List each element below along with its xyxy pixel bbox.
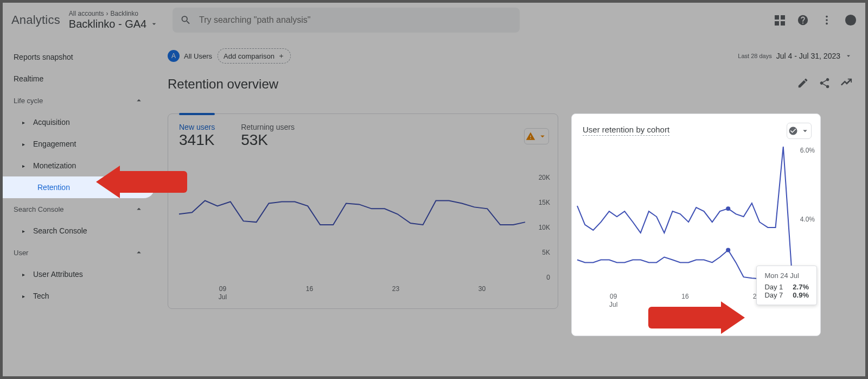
sidebar-group-lifecycle[interactable]: Life cycle xyxy=(3,90,155,111)
caret-down-icon xyxy=(800,126,810,136)
segment-chip-all-users[interactable]: A All Users xyxy=(168,50,212,62)
card-users-trend: New users 341K Returning users 53K xyxy=(168,113,558,309)
svg-point-1 xyxy=(826,19,828,21)
sidebar-item-realtime[interactable]: Realtime xyxy=(3,68,155,90)
warning-icon xyxy=(526,131,535,141)
page-title: Retention overview xyxy=(168,77,278,92)
customize-report-icon[interactable] xyxy=(797,77,809,91)
sidebar-item-reports-snapshot[interactable]: Reports snapshot xyxy=(3,46,155,68)
search-box[interactable] xyxy=(173,8,520,33)
metric-tab-new-users[interactable]: New users 341K xyxy=(179,123,215,149)
card-retention-cohort: User retention by cohort xyxy=(571,113,821,336)
segment-avatar-icon: A xyxy=(168,50,180,62)
card-title: User retention by cohort xyxy=(583,125,669,136)
data-quality-button[interactable] xyxy=(787,123,812,139)
chart-tooltip: Mon 24 Jul Day 12.7% Day 70.9% xyxy=(756,266,817,305)
help-icon[interactable] xyxy=(797,14,809,26)
account-property-picker[interactable]: All accounts›Backlinko Backlinko - GA4 xyxy=(69,10,158,30)
main: A All Users Add comparison ＋ Last 28 day… xyxy=(155,37,865,376)
plus-icon: ＋ xyxy=(278,51,285,61)
data-quality-warning-button[interactable] xyxy=(524,128,549,144)
product-logo: Analytics xyxy=(11,13,60,27)
sidebar-item-tech[interactable]: ▸Tech xyxy=(3,285,155,307)
sidebar-item-user-attributes[interactable]: ▸User Attributes xyxy=(3,263,155,285)
chevron-up-icon xyxy=(134,96,144,105)
breadcrumb: All accounts›Backlinko xyxy=(69,10,158,17)
sidebar-item-acquisition[interactable]: ▸Acquisition xyxy=(3,111,155,133)
svg-point-0 xyxy=(826,16,828,18)
sidebar-item-monetization[interactable]: ▸Monetization xyxy=(3,155,155,176)
chart-x-axis: 09Jul 16 23 30 xyxy=(179,285,525,301)
caret-down-icon xyxy=(538,131,547,141)
caret-down-icon xyxy=(150,20,158,28)
apps-icon[interactable] xyxy=(775,15,785,26)
chevron-up-icon xyxy=(134,248,144,257)
sidebar-item-engagement[interactable]: ▸Engagement xyxy=(3,133,155,155)
metric-tab-returning-users[interactable]: Returning users 53K xyxy=(241,123,295,149)
share-icon[interactable] xyxy=(819,77,831,91)
sidebar-group-search-console[interactable]: Search Console xyxy=(3,198,155,220)
search-input[interactable] xyxy=(199,15,512,25)
account-avatar[interactable] xyxy=(845,14,857,26)
sidebar: Reports snapshot Realtime Life cycle ▸Ac… xyxy=(3,37,155,376)
chart-new-users xyxy=(179,174,525,281)
svg-point-3 xyxy=(845,15,856,26)
date-range-picker[interactable]: Last 28 days Jul 4 - Jul 31, 2023 xyxy=(738,52,852,60)
chart-y-axis: 20K15K10K5K0 xyxy=(539,174,550,281)
sidebar-item-retention[interactable]: Retention xyxy=(3,176,155,198)
insights-icon[interactable] xyxy=(840,77,852,91)
header: Analytics All accounts›Backlinko Backlin… xyxy=(3,3,865,37)
svg-point-5 xyxy=(726,248,730,252)
check-circle-icon xyxy=(788,126,798,136)
chevron-up-icon xyxy=(134,204,144,214)
property-name: Backlinko - GA4 xyxy=(69,17,146,30)
more-vert-icon[interactable] xyxy=(821,14,833,26)
add-comparison-button[interactable]: Add comparison ＋ xyxy=(218,48,291,64)
search-icon xyxy=(180,14,192,26)
sidebar-group-user[interactable]: User xyxy=(3,242,155,263)
caret-down-icon xyxy=(845,52,852,60)
svg-point-2 xyxy=(826,23,828,25)
svg-point-4 xyxy=(726,206,730,211)
sidebar-item-search-console[interactable]: ▸Search Console xyxy=(3,220,155,242)
